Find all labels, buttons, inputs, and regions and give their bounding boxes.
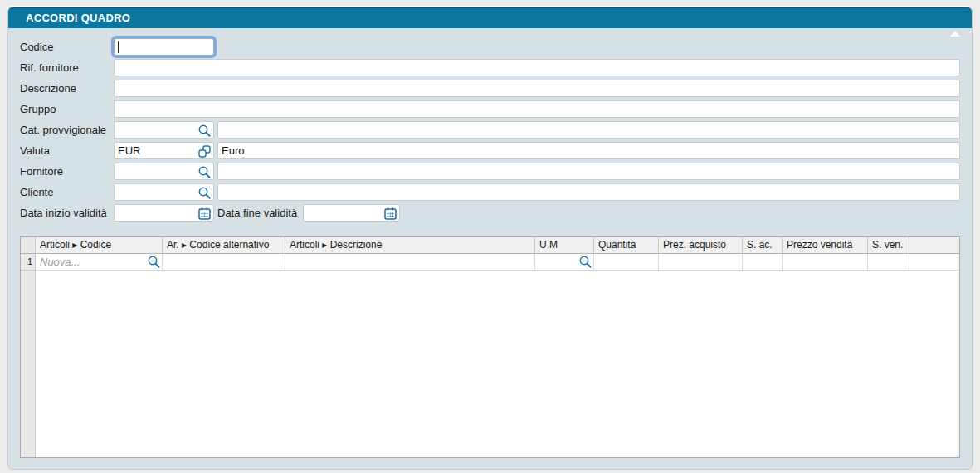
row-cliente: Cliente [20, 183, 960, 201]
gruppo-label: Gruppo [20, 103, 114, 115]
prez-acquisto-input[interactable] [659, 254, 742, 270]
grid-header-codice-alternativo[interactable]: Ar. ▸ Codice alternativo [163, 237, 285, 254]
grid-header-extra [909, 237, 959, 254]
row-descrizione: Descrizione [20, 80, 960, 97]
cell-s-ac[interactable] [743, 254, 783, 271]
codice-input[interactable] [115, 39, 213, 55]
panel-title: ACCORDI QUADRO [26, 12, 130, 24]
gruppo-field[interactable] [114, 100, 960, 118]
s-ac-input[interactable] [743, 254, 782, 270]
articoli-grid: Articoli ▸ Codice Ar. ▸ Codice alternati… [20, 236, 960, 458]
descrizione-label: Descrizione [20, 82, 114, 95]
linked-record-icon[interactable] [197, 144, 212, 158]
s-ven-input[interactable] [868, 254, 909, 270]
row-gruppo: Gruppo [20, 100, 960, 118]
codice-label: Codice [20, 41, 114, 53]
cat-provvigionale-label: Cat. provvigionale [20, 124, 114, 136]
grid-header-s-ac[interactable]: S. ac. [743, 237, 783, 254]
data-inizio-label: Data inizio validità [20, 207, 114, 219]
rif-fornitore-field[interactable] [114, 59, 960, 76]
calendar-icon[interactable] [383, 207, 397, 221]
cell-prezzo-vendita[interactable] [783, 254, 868, 271]
form-fields: Codice Rif. fornitore Descrizione Gruppo [20, 38, 960, 225]
articoli-descrizione-input[interactable] [285, 254, 534, 270]
cliente-label: Cliente [20, 186, 114, 198]
valuta-description-input[interactable] [218, 143, 959, 158]
codice-alternativo-input[interactable] [163, 254, 285, 270]
row-date: Data inizio validità Data fine validità [20, 204, 960, 222]
grid-header-s-ven[interactable]: S. ven. [868, 237, 909, 254]
rif-fornitore-input[interactable] [115, 60, 959, 76]
row-rif-fornitore: Rif. fornitore [20, 59, 960, 76]
data-fine-field[interactable] [303, 204, 400, 222]
grid-header-quantita[interactable]: Quantità [594, 237, 659, 254]
cell-quantita[interactable] [594, 254, 659, 271]
fornitore-field[interactable] [114, 163, 214, 180]
grid-header-um[interactable]: U M [535, 237, 594, 254]
valuta-label: Valuta [20, 144, 114, 157]
descrizione-field[interactable] [114, 80, 960, 97]
fornitore-label: Fornitore [20, 165, 114, 178]
articoli-codice-input[interactable] [36, 254, 162, 270]
data-fine-label: Data fine validità [217, 207, 300, 219]
gruppo-input[interactable] [115, 101, 959, 117]
grid-header-prez-acquisto[interactable]: Prez. acquisto [659, 237, 743, 254]
cat-provvigionale-description-field[interactable] [217, 121, 960, 139]
row-codice: Codice [20, 38, 960, 56]
data-inizio-field[interactable] [114, 204, 214, 222]
valuta-description-field[interactable] [217, 142, 960, 159]
cell-prez-acquisto[interactable] [659, 254, 743, 271]
cliente-description-input[interactable] [218, 184, 959, 200]
text-caret [118, 41, 119, 53]
search-icon[interactable] [578, 255, 592, 269]
cell-um[interactable] [535, 254, 594, 271]
cat-provvigionale-field[interactable] [114, 121, 214, 139]
search-icon[interactable] [197, 186, 212, 200]
search-icon[interactable] [197, 165, 212, 179]
row-number: 1 [21, 254, 36, 271]
cell-codice-alternativo[interactable] [163, 254, 285, 271]
prezzo-vendita-input[interactable] [783, 254, 867, 270]
search-icon[interactable] [197, 124, 212, 138]
grid-header-articoli-descrizione[interactable]: Articoli ▸ Descrizione [285, 237, 535, 254]
panel-header: ACCORDI QUADRO [8, 7, 972, 28]
grid-header-prezzo-vendita[interactable]: Prezzo vendita [783, 237, 868, 254]
triangle-glyph [950, 18, 960, 37]
codice-field[interactable] [114, 38, 214, 56]
collapse-up-icon[interactable] [950, 15, 962, 23]
row-valuta: Valuta [20, 142, 960, 159]
cell-s-ven[interactable] [868, 254, 909, 271]
valuta-field[interactable] [114, 142, 214, 159]
cliente-field[interactable] [114, 183, 214, 201]
grid-gutter-filler [21, 271, 36, 457]
cell-extra [909, 254, 959, 271]
grid-header-articoli-codice[interactable]: Articoli ▸ Codice [36, 237, 163, 254]
rif-fornitore-label: Rif. fornitore [20, 61, 114, 74]
descrizione-input[interactable] [115, 80, 959, 96]
cell-articoli-descrizione[interactable] [285, 254, 535, 271]
row-fornitore: Fornitore [20, 163, 960, 180]
grid-header-gutter [21, 237, 36, 254]
fornitore-description-field[interactable] [217, 163, 960, 180]
search-icon[interactable] [147, 255, 161, 269]
cat-provvigionale-description-input[interactable] [218, 122, 959, 138]
cell-articoli-codice[interactable] [36, 254, 163, 271]
fornitore-description-input[interactable] [218, 163, 959, 179]
accordi-quadro-panel: ACCORDI QUADRO Codice Rif. fornitore Des… [7, 7, 973, 470]
grid-body-empty-area[interactable] [36, 271, 959, 457]
cliente-description-field[interactable] [217, 183, 960, 201]
quantita-input[interactable] [594, 254, 658, 270]
row-cat-provvigionale: Cat. provvigionale [20, 121, 960, 139]
calendar-icon[interactable] [197, 207, 212, 221]
